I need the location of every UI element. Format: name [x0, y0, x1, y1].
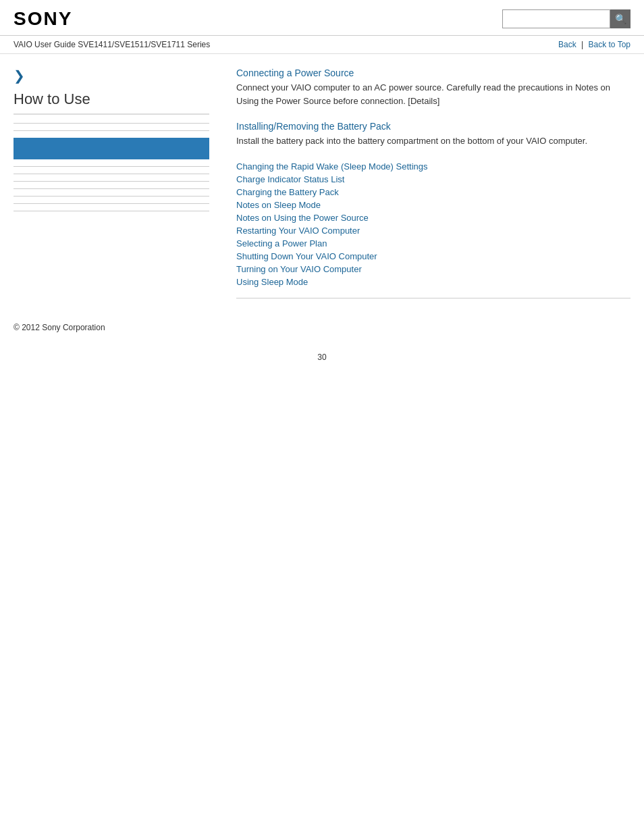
content-sub-link[interactable]: Restarting Your VAIO Computer: [236, 226, 360, 236]
search-input[interactable]: [502, 9, 610, 28]
section-connecting: Connecting a Power Source Connect your V…: [236, 68, 630, 107]
installing-battery-link[interactable]: Installing/Removing the Battery Pack: [236, 121, 630, 132]
sidebar-divider-8: [14, 203, 209, 204]
list-item: Restarting Your VAIO Computer: [236, 226, 630, 236]
list-item: Shutting Down Your VAIO Computer: [236, 251, 630, 261]
sony-logo: SONY: [14, 8, 72, 30]
search-icon: 🔍: [615, 14, 626, 24]
back-link[interactable]: Back: [558, 40, 576, 49]
content-sub-link[interactable]: Charging the Battery Pack: [236, 187, 339, 197]
search-box: 🔍: [502, 9, 630, 28]
connecting-power-link[interactable]: Connecting a Power Source: [236, 68, 630, 78]
nav-links: Back | Back to Top: [558, 40, 630, 49]
sidebar-divider-4: [14, 174, 209, 174]
content-sub-link[interactable]: Selecting a Power Plan: [236, 238, 327, 249]
sidebar-divider-6: [14, 188, 209, 189]
sidebar-divider-2: [14, 130, 209, 131]
content-sub-link[interactable]: Turning on Your VAIO Computer: [236, 264, 362, 274]
list-item: Turning on Your VAIO Computer: [236, 264, 630, 274]
back-to-top-link[interactable]: Back to Top: [589, 40, 630, 49]
sidebar-divider-7: [14, 196, 209, 197]
header: SONY 🔍: [0, 0, 644, 36]
content-sub-link[interactable]: Notes on Using the Power Source: [236, 213, 369, 223]
sidebar-divider-3: [14, 166, 209, 167]
list-item: Changing the Rapid Wake (Sleep Mode) Set…: [236, 161, 630, 172]
sidebar-divider-5: [14, 181, 209, 182]
sidebar-divider-1: [14, 123, 209, 124]
content-area: Connecting a Power Source Connect your V…: [223, 68, 630, 309]
list-item: Notes on Sleep Mode: [236, 200, 630, 210]
sidebar-arrow: ❯: [14, 68, 209, 84]
list-item: Notes on Using the Power Source: [236, 213, 630, 223]
list-item: Charging the Battery Pack: [236, 187, 630, 197]
search-button[interactable]: 🔍: [610, 9, 630, 28]
content-sub-link[interactable]: Changing the Rapid Wake (Sleep Mode) Set…: [236, 161, 428, 172]
list-item: Using Sleep Mode: [236, 277, 630, 287]
list-item: Selecting a Power Plan: [236, 238, 630, 249]
content-sub-link[interactable]: Shutting Down Your VAIO Computer: [236, 251, 377, 261]
sidebar: ❯ How to Use: [14, 68, 223, 309]
copyright: © 2012 Sony Corporation: [14, 323, 630, 332]
link-list: Changing the Rapid Wake (Sleep Mode) Set…: [236, 161, 630, 287]
nav-bar: VAIO User Guide SVE1411/SVE1511/SVE1711 …: [0, 36, 644, 54]
main-layout: ❯ How to Use Connecting a Power Source C…: [0, 54, 644, 323]
content-sub-link[interactable]: Charge Indicator Status List: [236, 174, 344, 184]
content-sub-link[interactable]: Using Sleep Mode: [236, 277, 308, 287]
installing-battery-desc: Install the battery pack into the batter…: [236, 134, 630, 148]
content-sub-link[interactable]: Notes on Sleep Mode: [236, 200, 321, 210]
nav-title: VAIO User Guide SVE1411/SVE1511/SVE1711 …: [14, 40, 210, 49]
content-divider: [236, 298, 630, 298]
sidebar-highlight: [14, 138, 209, 159]
sidebar-title: How to Use: [14, 90, 209, 115]
sidebar-divider-9: [14, 211, 209, 211]
section-battery: Installing/Removing the Battery Pack Ins…: [236, 121, 630, 148]
connecting-power-desc: Connect your VAIO computer to an AC powe…: [236, 81, 630, 107]
page-number: 30: [0, 339, 644, 375]
list-item: Charge Indicator Status List: [236, 174, 630, 184]
copyright-area: © 2012 Sony Corporation: [0, 323, 644, 339]
nav-separator: |: [581, 40, 583, 49]
